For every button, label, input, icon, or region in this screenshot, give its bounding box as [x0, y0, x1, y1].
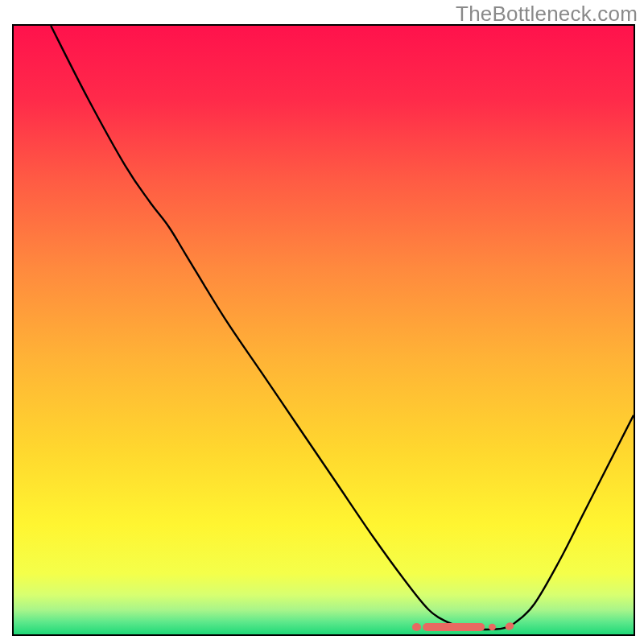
- chart-svg: [14, 26, 634, 634]
- watermark-text: TheBottleneck.com: [456, 2, 638, 27]
- plot-area: [12, 24, 635, 636]
- marker-dot-mid: [489, 624, 496, 630]
- gradient-background: [14, 26, 634, 634]
- marker-dot-left: [412, 623, 421, 631]
- marker-dash: [423, 623, 485, 631]
- chart-container: TheBottleneck.com: [0, 0, 644, 644]
